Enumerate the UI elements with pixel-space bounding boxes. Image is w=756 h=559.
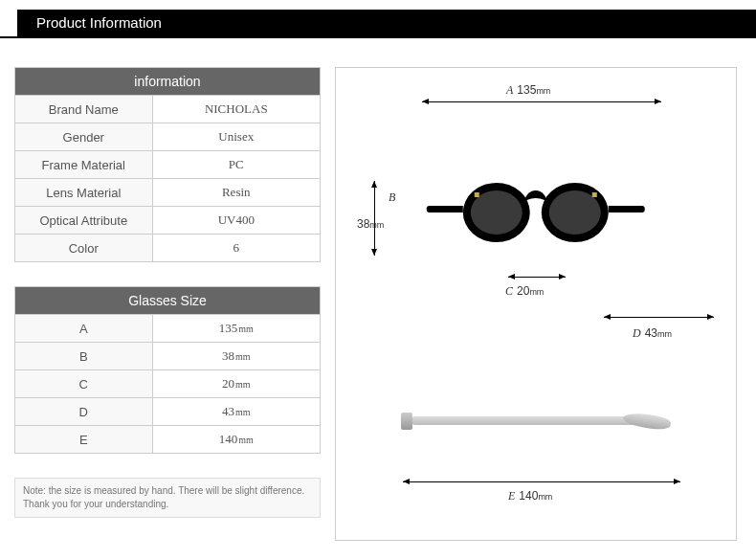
info-label: Lens Material	[15, 179, 153, 207]
size-table-header: Glasses Size	[15, 287, 321, 315]
info-label: Optical Attribute	[15, 207, 153, 235]
info-label: Gender	[15, 123, 153, 151]
diagram-panel: A135mm B 38mm C20mm D43mm E140m	[335, 67, 737, 541]
table-row: D43mm	[15, 398, 321, 426]
dimension-label-c: C20mm	[505, 284, 544, 299]
size-value: 135mm	[152, 315, 320, 343]
info-value: Unisex	[152, 123, 320, 151]
size-label: D	[15, 398, 153, 426]
table-row: Color6	[15, 235, 321, 262]
table-row: B38mm	[15, 343, 321, 370]
info-value: Resin	[152, 179, 320, 207]
table-row: Brand NameNICHOLAS	[15, 96, 321, 123]
size-value: 43mm	[152, 398, 320, 426]
size-value: 20mm	[152, 370, 320, 398]
dimension-label-b: 38mm	[357, 217, 384, 231]
size-label: A	[15, 315, 153, 343]
left-column: information Brand NameNICHOLAS GenderUni…	[14, 67, 321, 541]
table-row: Lens MaterialResin	[15, 179, 321, 207]
glasses-temple-icon	[412, 416, 642, 425]
size-table: Glasses Size A135mm B38mm C20mm D43mm E1…	[14, 286, 321, 454]
size-label: B	[15, 343, 153, 370]
dimension-label-e: E140mm	[508, 489, 552, 503]
dimension-label-b-letter: B	[389, 190, 399, 205]
size-label: E	[15, 426, 153, 454]
info-value: PC	[152, 151, 320, 179]
size-note: Note: the size is measured by hand. Ther…	[14, 478, 321, 518]
dimension-label-a: A135mm	[506, 83, 550, 98]
table-row: A135mm	[15, 315, 321, 343]
table-row: C20mm	[15, 370, 321, 398]
dimension-arrow-a	[422, 101, 661, 102]
info-label: Frame Material	[15, 151, 153, 179]
size-value: 38mm	[152, 343, 320, 370]
table-row: GenderUnisex	[15, 123, 321, 151]
content: information Brand NameNICHOLAS GenderUni…	[0, 38, 756, 541]
glasses-front-icon	[463, 183, 609, 246]
size-label: C	[15, 370, 153, 398]
information-table: information Brand NameNICHOLAS GenderUni…	[14, 67, 321, 262]
table-row: Optical AttributeUV400	[15, 207, 321, 235]
dimension-arrow-e	[403, 481, 680, 482]
header-bar: Product Information	[0, 10, 756, 36]
info-value: NICHOLAS	[152, 96, 320, 123]
table-row: Frame MaterialPC	[15, 151, 321, 179]
info-value: UV400	[152, 207, 320, 235]
dimension-label-d: D43mm	[633, 326, 672, 341]
info-label: Color	[15, 235, 153, 262]
info-value: 6	[152, 235, 320, 262]
info-table-header: information	[15, 68, 321, 96]
info-label: Brand Name	[15, 96, 153, 123]
table-row: E140mm	[15, 426, 321, 454]
dimension-arrow-c	[508, 277, 566, 278]
page-title: Product Information	[0, 10, 756, 31]
dimension-arrow-d	[604, 317, 714, 318]
size-value: 140mm	[152, 426, 320, 454]
